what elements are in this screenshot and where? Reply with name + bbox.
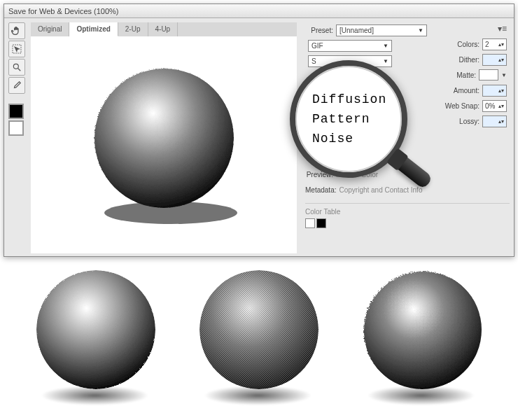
websnap-spinner[interactable]: 0%▴▾	[482, 100, 507, 112]
dither-examples	[0, 267, 518, 400]
settings-panel: ▾≡ Preset: [Unnamed]▼ GIF▼ S▼ Preview:	[301, 22, 510, 252]
color-table-swatch[interactable]	[316, 218, 326, 228]
tab-2up[interactable]: 2-Up	[118, 22, 148, 36]
example-diffusion	[29, 267, 162, 400]
svg-point-7	[36, 270, 155, 389]
format-dropdown[interactable]: GIF▼	[308, 40, 392, 52]
svg-point-5	[94, 68, 234, 208]
lossy-label: Lossy:	[449, 118, 479, 125]
metadata-value: Copyright and Contact Info	[339, 186, 422, 194]
zoom-tool[interactable]	[8, 59, 25, 76]
preview-sphere-image	[76, 57, 251, 232]
slice-select-tool[interactable]	[8, 41, 25, 57]
colors-label: Colors:	[449, 41, 479, 48]
foreground-swatch[interactable]	[8, 104, 24, 119]
panel-menu-icon[interactable]: ▾≡	[498, 24, 507, 34]
matte-swatch[interactable]	[479, 69, 498, 80]
preset-value: [Unnamed]	[340, 25, 374, 36]
preview-panel: Original Optimized 2-Up 4-Up	[31, 22, 297, 252]
preset-label: Preset:	[305, 27, 333, 34]
save-for-web-window: Save for Web & Devices (100%) Original O…	[4, 4, 514, 257]
preview-value: Monitor Color	[336, 171, 378, 178]
eyedropper-tool[interactable]	[8, 77, 25, 94]
format-value: GIF	[312, 41, 323, 51]
colors-spinner[interactable]: 2▴▾	[482, 38, 507, 50]
example-noise	[356, 267, 489, 400]
matte-label: Matte:	[445, 71, 476, 79]
svg-point-15	[363, 270, 482, 389]
preview-canvas	[31, 36, 297, 253]
metadata-label: Metadata:	[305, 186, 336, 194]
lossy-spinner[interactable]: ▴▾	[482, 115, 507, 127]
example-pattern	[192, 267, 326, 400]
preview-row-label: Preview:	[305, 171, 333, 178]
svg-point-13	[200, 270, 318, 389]
websnap-label: Web Snap:	[444, 102, 479, 110]
hand-tool[interactable]	[8, 22, 25, 39]
tab-4up[interactable]: 4-Up	[148, 22, 178, 36]
window-title: Save for Web & Devices (100%)	[4, 4, 514, 18]
svg-point-1	[13, 64, 18, 69]
amount-spinner[interactable]: ▴▾	[482, 85, 507, 97]
background-swatch[interactable]	[8, 120, 24, 136]
dither-label: Dither:	[449, 56, 479, 64]
dither-spinner[interactable]: ▴▾	[482, 54, 507, 66]
color-table-label: Color Table	[305, 208, 340, 216]
tools-column	[8, 22, 27, 252]
preview-tabs: Original Optimized 2-Up 4-Up	[31, 22, 297, 36]
reduction-dropdown[interactable]: S▼	[308, 55, 392, 67]
color-table-swatch[interactable]	[305, 218, 315, 228]
reduction-value: S	[312, 56, 316, 66]
tab-original[interactable]: Original	[31, 22, 69, 36]
svg-line-2	[18, 69, 21, 71]
preset-dropdown[interactable]: [Unnamed]▼	[336, 24, 427, 36]
tab-optimized[interactable]: Optimized	[69, 22, 118, 36]
amount-label: Amount:	[449, 87, 479, 94]
